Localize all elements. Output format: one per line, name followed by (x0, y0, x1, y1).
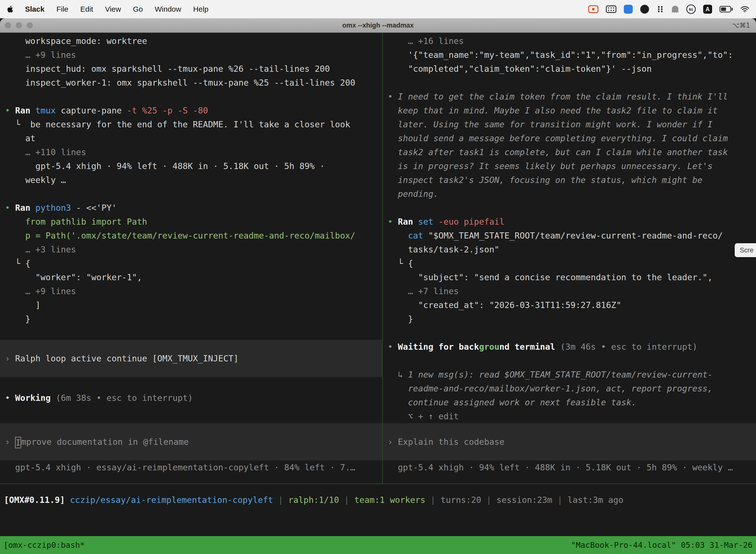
blue-app-icon[interactable] (624, 5, 633, 14)
text-segment: | (481, 495, 496, 505)
text-segment: ↳ (388, 370, 408, 380)
menu-file[interactable]: File (56, 5, 68, 13)
dark-circle-app-icon[interactable] (640, 5, 649, 14)
text-segment: cczip/essay/ai-reimplementation-copyleft (70, 495, 273, 505)
ghost-app-icon[interactable] (672, 5, 679, 13)
text-segment: … +9 lines (5, 50, 76, 60)
tool-result-line: "subject": "send a concise recommendatio… (388, 270, 756, 284)
title-bar[interactable]: omx --xhigh --madmax ⌥⌘1 (0, 18, 756, 33)
output-line: inspect_worker-1: omx sparkshell --tmux-… (5, 76, 382, 90)
working-status: • Working (6m 38s • esc to interrupt) (5, 391, 382, 405)
blank-line (5, 326, 382, 340)
text-segment: terminal (509, 342, 555, 352)
battery-nub (732, 8, 733, 11)
command-line: • Ran python3 - <<'PY' (5, 201, 382, 215)
thinking-line: inspect task2's JSON, focusing on the st… (388, 173, 756, 187)
text-segment: 1 new msg(s): read $OMX_TEAM_STATE_ROOT/… (408, 370, 712, 380)
prompt-input[interactable]: › Improve documentation in @filename (0, 423, 382, 460)
text-segment: tmux (36, 106, 56, 115)
prompt-input[interactable]: › Explain this codebase (383, 423, 756, 460)
text-segment: • (5, 106, 15, 115)
menu-window[interactable]: Window (155, 5, 181, 13)
text-segment: ralph:1/10 (288, 495, 339, 505)
tool-result-line: "worker": "worker-1", (5, 270, 382, 284)
thinking-line: task2 after task1 is complete, but can I… (388, 145, 756, 159)
output-line: '{"team_name":"my-team","task_id":"1","f… (388, 48, 756, 62)
text-segment: pending. (388, 189, 439, 199)
text-segment: } (388, 314, 413, 324)
text-segment: I need to get the claim token from the c… (398, 92, 728, 102)
blank-line (388, 354, 756, 368)
omx-hud-line: [OMX#0.11.9] cczip/essay/ai-reimplementa… (4, 493, 756, 507)
thinking-line: keep that in mind. Maybe I also need the… (388, 104, 756, 117)
text-segment: last:3m ago (567, 495, 623, 505)
text-segment: • (388, 342, 398, 352)
text-segment (433, 217, 438, 227)
right-terminal-pane[interactable]: … +16 lines '{"team_name":"my-team","tas… (383, 33, 756, 484)
terminal-window: omx --xhigh --madmax ⌥⌘1 workspace_mode:… (0, 18, 756, 554)
minimize-button[interactable] (16, 22, 22, 28)
text-segment: readme-and-reco/mailbox/worker-1.json, a… (388, 384, 712, 393)
battery-icon[interactable] (719, 6, 733, 12)
text-segment: - <<'PY' (71, 203, 117, 213)
close-button[interactable] (5, 22, 11, 28)
left-terminal-pane[interactable]: workspace_mode: worktree … +9 lines insp… (0, 33, 383, 484)
text-segment: later. Using the same for transition mig… (388, 119, 712, 129)
text-segment: weekly … (5, 175, 66, 185)
apple-logo-icon (6, 5, 13, 13)
text-segment: … +16 lines (388, 36, 464, 46)
thinking-line: • I need to get the claim token from the… (388, 90, 756, 104)
apple-menu[interactable] (6, 5, 13, 13)
input-source-icon[interactable]: A (703, 5, 712, 14)
text-segment (388, 231, 408, 240)
output-ellipsis: … +7 lines (388, 284, 756, 298)
text-segment: python3 (36, 203, 71, 213)
text-segment: Working (15, 393, 51, 403)
text-segment: inspect task2's JSON, focusing on the st… (388, 175, 702, 185)
output-line: inspect_hud: omx sparkshell --tmux-pane … (5, 62, 382, 76)
menu-edit[interactable]: Edit (80, 5, 93, 13)
blank-line (5, 377, 382, 391)
text-segment: "subject": "send a concise recommendatio… (388, 272, 712, 282)
screen-recording-indicator-icon[interactable] (588, 5, 598, 13)
zoom-button[interactable] (27, 22, 33, 28)
menu-go[interactable]: Go (133, 5, 143, 13)
battery-body (719, 6, 731, 12)
keyboard-icon[interactable] (606, 5, 616, 13)
text-segment: Ran (398, 217, 418, 227)
tool-result-line: weekly … (5, 173, 382, 187)
active-app-name[interactable]: Slack (25, 5, 44, 13)
output-ellipsis: … +16 lines (388, 34, 756, 48)
tmux-session-window-label[interactable]: [omx-cczip0:bash* (3, 540, 85, 550)
text-segment: └ be necessary for the end of the README… (5, 119, 350, 129)
text-segment: └ { (5, 258, 30, 268)
tool-result-line: └ be necessary for the end of the README… (5, 117, 382, 131)
omx-hud-bar: [OMX#0.11.9] cczip/essay/ai-reimplementa… (0, 484, 756, 507)
text-segment: • (5, 203, 15, 213)
tmux-status-bar: [omx-cczip0:bash* "MacBook-Pro-44.local"… (0, 536, 756, 554)
output-ellipsis: … +9 lines (5, 48, 382, 62)
mailbox-note: continue assigned work or next feasible … (388, 395, 756, 409)
pane-status-line: gpt-5.4 xhigh · essay/ai-reimplementatio… (5, 460, 382, 474)
menu-help[interactable]: Help (193, 5, 208, 13)
output-line: workspace_mode: worktree (5, 34, 382, 48)
text-segment: should send a message before completing … (388, 133, 728, 143)
text-segment: | (339, 495, 354, 505)
queued-message[interactable]: › Ralph loop active continue [OMX_TMUX_I… (0, 340, 382, 377)
screen-overlay-label: Scre (735, 243, 756, 257)
battery-percent-gauge-icon[interactable]: 61 (686, 4, 696, 14)
text-segment: • (5, 393, 15, 403)
text-segment: Waiting for back (398, 342, 479, 352)
output-ellipsis: … +9 lines (5, 284, 382, 298)
text-segment: p = Path('.omx/state/team/review-current… (5, 231, 355, 240)
text-segment: set (418, 217, 433, 227)
wifi-icon[interactable] (740, 5, 750, 13)
menu-view[interactable]: View (105, 5, 121, 13)
command-line: p = Path('.omx/state/team/review-current… (5, 229, 382, 242)
dots-grid-icon[interactable] (656, 5, 664, 13)
text-segment: -euo pipefail (439, 217, 504, 227)
waiting-status: • Waiting for background terminal (3m 46… (388, 340, 756, 354)
window-title: omx --xhigh --madmax (0, 21, 756, 29)
command-line: from pathlib import Path (5, 215, 382, 229)
tool-result-line: └ { (388, 257, 756, 270)
